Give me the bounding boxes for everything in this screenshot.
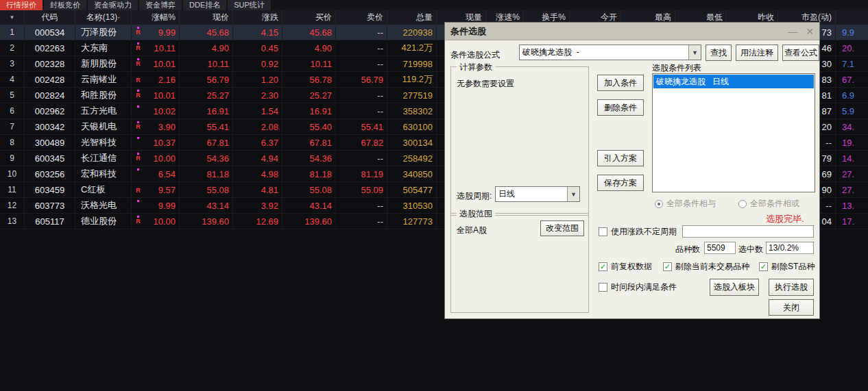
cell: 6.37 (233, 135, 282, 151)
margin-trading-r-icon: R (136, 155, 141, 162)
status-text: 选股完毕. (766, 213, 804, 225)
checkbox-checked-icon[interactable]: ✓ (599, 262, 607, 271)
menu-tab[interactable]: 资金驱动力 (88, 0, 138, 10)
close-button[interactable]: 关闭 (769, 299, 814, 316)
checkbox-exclude-untraded-label: 剔除当前未交易品种 (675, 261, 749, 273)
pct-value: 9.57 (158, 185, 176, 195)
condition-listbox[interactable]: 破晓擒龙选股 日线 (652, 73, 815, 192)
cell: 300342 (25, 119, 75, 135)
delete-condition-button[interactable]: 删除条件 (597, 99, 644, 116)
menu-tab[interactable]: 行情报价 (0, 0, 43, 10)
checkbox-exclude-untraded[interactable]: ✓ 剔除当前未交易品种 (663, 261, 749, 273)
condition-list-item-selected[interactable]: 破晓擒龙选股 日线 (653, 75, 814, 88)
column-header[interactable]: 总量 (387, 10, 437, 25)
checkbox-forward-adjusted[interactable]: ✓ 前复权数据 (599, 261, 652, 273)
cell: 4 (0, 72, 25, 88)
change-range-button[interactable]: 改变范围 (540, 220, 584, 236)
magenta-dot-icon (137, 200, 139, 202)
column-header[interactable]: 涨跌 (233, 10, 282, 25)
chevron-down-icon[interactable]: ▼ (567, 187, 579, 201)
stock-flags: R (135, 121, 141, 130)
checkbox-checked-icon[interactable]: ✓ (759, 262, 768, 271)
cell: 67. (836, 72, 868, 88)
stock-flags: R (135, 58, 141, 67)
cell: 43.14 (180, 198, 233, 214)
select-into-block-button[interactable]: 选股入板块 (710, 279, 759, 296)
view-formula-button[interactable]: 查看公式 (782, 45, 819, 61)
add-condition-button[interactable]: 加入条件 (597, 75, 644, 91)
sort-corner-button[interactable]: ▼ (0, 10, 25, 25)
selected-count-label: 选中数 (738, 244, 763, 255)
cell: 19. (836, 135, 868, 151)
period-combobox[interactable]: 日线 ▼ (495, 186, 580, 202)
column-header[interactable]: 涨幅% (132, 10, 180, 25)
close-icon[interactable]: ✕ (806, 27, 814, 36)
cell: 2.30 (233, 88, 282, 103)
pct-value: 10.11 (154, 43, 176, 53)
cell: 10.37 (132, 135, 180, 151)
period-label: 选股周期: (457, 190, 492, 202)
chevron-down-icon[interactable]: ▼ (688, 45, 701, 60)
pct-value: 10.00 (153, 216, 176, 227)
cell: 0.92 (233, 56, 282, 72)
checkbox-checked-icon[interactable]: ✓ (663, 262, 672, 271)
dialog-titlebar[interactable]: 条件选股 — ✕ (445, 23, 819, 40)
cell: 天银机电 (75, 119, 132, 135)
cell: 002962 (25, 103, 75, 119)
column-header[interactable]: 买价 (282, 10, 336, 25)
checkbox-exclude-st[interactable]: ✓ 剔除ST品种 (759, 261, 815, 273)
find-button[interactable]: 查找 (706, 45, 732, 61)
dialog-title: 条件选股 (450, 25, 780, 38)
pct-value: 6.54 (158, 169, 176, 179)
cell: 1.20 (233, 72, 282, 88)
stock-flags: R (135, 216, 141, 225)
cell: 14. (836, 151, 868, 166)
column-header[interactable]: 名称(13)· (75, 10, 132, 25)
column-header[interactable]: 总金 (836, 10, 868, 25)
pct-value: 10.01 (153, 90, 176, 101)
cell: -- (336, 214, 387, 229)
cell: 17. (836, 214, 868, 229)
menu-tab[interactable]: 封板竞价 (44, 0, 86, 10)
cell: 0.45 (233, 40, 282, 56)
menu-tab[interactable]: SUP统计 (228, 0, 271, 10)
cell: 300134 (387, 135, 437, 151)
checkbox-exclude-st-label: 剔除ST品种 (771, 261, 815, 273)
cell: 16.91 (282, 103, 336, 119)
radio-or-label: 全部条件相或 (750, 198, 799, 210)
cell: R9.99 (132, 25, 180, 40)
import-plan-button[interactable]: 引入方案 (597, 150, 644, 166)
cell: 55.40 (282, 119, 336, 135)
radio-selected-icon[interactable] (655, 200, 663, 208)
stock-flags: R (135, 27, 141, 36)
column-header[interactable]: 现价 (180, 10, 233, 25)
pct-value: 9.99 (158, 27, 176, 38)
menu-tab[interactable]: DDE排名 (183, 0, 226, 10)
stock-flags: R (135, 74, 141, 84)
column-header[interactable]: 卖价 (336, 10, 387, 25)
checkbox-unchecked-icon[interactable] (599, 227, 607, 236)
cell: R10.11 (132, 40, 180, 56)
execute-selection-button[interactable]: 执行选股 (769, 279, 814, 296)
menu-tab[interactable]: 资金博弈 (139, 0, 182, 10)
margin-trading-r-icon: R (136, 92, 141, 99)
radio-all-conditions-or[interactable]: 全部条件相或 (738, 198, 799, 210)
formula-combobox[interactable]: 破晓擒龙选股 - ▼ (519, 45, 701, 60)
margin-trading-r-icon: R (136, 218, 141, 225)
checkbox-variable-period[interactable]: 使用涨跌不定周期 (599, 226, 677, 238)
variable-period-field[interactable] (682, 225, 814, 238)
cell: 五方光电 (75, 103, 132, 119)
cell: 358302 (387, 103, 437, 119)
checkbox-unchecked-icon[interactable] (599, 283, 607, 292)
cell: 139.60 (180, 214, 233, 229)
minimize-icon[interactable]: — (788, 27, 797, 36)
usage-notes-button[interactable]: 用法注释 (736, 45, 778, 61)
cell: 603773 (25, 198, 75, 214)
radio-unselected-icon[interactable] (738, 200, 747, 208)
cell: 2.08 (233, 119, 282, 135)
cell: 4.90 (282, 40, 336, 56)
radio-all-conditions-and[interactable]: 全部条件相与 (655, 198, 716, 210)
checkbox-time-range[interactable]: 时间段内满足条件 (599, 281, 677, 293)
save-plan-button[interactable]: 保存方案 (597, 175, 644, 191)
column-header[interactable]: 代码 (25, 10, 75, 25)
